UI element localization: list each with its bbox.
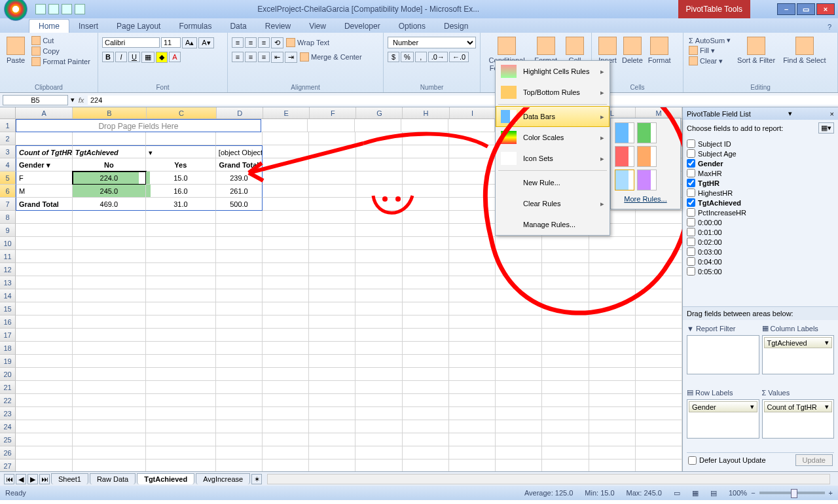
- grow-font-button[interactable]: A▴: [182, 37, 197, 48]
- shrink-font-button[interactable]: A▾: [198, 37, 213, 48]
- tab-options[interactable]: Options: [390, 20, 435, 33]
- cut-button[interactable]: Cut: [30, 35, 92, 46]
- new-sheet-icon[interactable]: ✶: [251, 474, 262, 484]
- field-00000[interactable]: 0:00:00: [687, 217, 834, 227]
- sheet-tab-avgincrease[interactable]: AvgIncrease: [196, 473, 250, 484]
- col-header-e[interactable]: E: [263, 107, 310, 118]
- view-layout-icon[interactable]: ▦: [692, 489, 699, 497]
- update-button[interactable]: Update: [795, 454, 833, 466]
- col-header-d[interactable]: D: [217, 107, 263, 118]
- merge-center-button[interactable]: Merge & Center: [299, 52, 363, 62]
- view-pagebreak-icon[interactable]: ▤: [710, 489, 717, 497]
- tab-formulas[interactable]: Formulas: [170, 20, 221, 33]
- cf-icon-sets[interactable]: Icon Sets▸: [496, 148, 610, 169]
- autosum-button[interactable]: ΣAutoSum▾: [687, 35, 732, 45]
- fx-icon[interactable]: fx: [75, 96, 88, 104]
- tag-gender[interactable]: Gender▾: [689, 401, 757, 412]
- values-box[interactable]: Count of TgtHR▾: [762, 399, 835, 439]
- select-all-corner[interactable]: [0, 107, 16, 118]
- tab-data[interactable]: Data: [221, 20, 255, 33]
- tag-count-tgthr[interactable]: Count of TgtHR▾: [764, 401, 833, 412]
- horizontal-scrollbar[interactable]: [267, 474, 830, 484]
- copy-button[interactable]: Copy: [30, 46, 92, 56]
- field-00100[interactable]: 0:01:00: [687, 227, 834, 237]
- cf-top-bottom-rules[interactable]: Top/Bottom Rules▸: [496, 82, 610, 103]
- field-gender[interactable]: Gender: [687, 158, 834, 168]
- field-subjectid[interactable]: Subject ID: [687, 139, 834, 149]
- pane-close-icon[interactable]: ×: [830, 110, 834, 118]
- field-list[interactable]: Subject IDSubject AgeGenderMaxHRTgtHRHig…: [683, 136, 838, 306]
- field-subjectage[interactable]: Subject Age: [687, 149, 834, 158]
- col-header-h[interactable]: H: [403, 107, 449, 118]
- tab-page-layout[interactable]: Page Layout: [107, 20, 170, 33]
- col-header-i[interactable]: I: [450, 107, 496, 118]
- tab-home[interactable]: Home: [29, 19, 69, 33]
- format-painter-button[interactable]: Format Painter: [30, 56, 92, 67]
- field-00200[interactable]: 0:02:00: [687, 237, 834, 247]
- align-right[interactable]: ≡: [258, 52, 270, 62]
- paste-button[interactable]: Paste: [4, 35, 27, 67]
- minimize-button[interactable]: –: [777, 3, 795, 15]
- font-color-button[interactable]: A: [169, 52, 181, 62]
- zoom-out-icon[interactable]: −: [751, 489, 755, 497]
- qat-save-icon[interactable]: [35, 4, 46, 14]
- border-button[interactable]: ▦: [141, 52, 155, 63]
- clear-button[interactable]: Clear▾: [687, 56, 732, 66]
- orientation[interactable]: ⟲: [271, 37, 283, 48]
- col-header-g[interactable]: G: [356, 107, 403, 118]
- field-tgtachieved[interactable]: TgtAchieved: [687, 198, 834, 207]
- tab-view[interactable]: View: [300, 20, 335, 33]
- tab-design[interactable]: Design: [435, 20, 477, 33]
- cf-color-scales[interactable]: Color Scales▸: [496, 127, 610, 148]
- indent-dec[interactable]: ⇤: [271, 52, 283, 63]
- tab-nav-prev[interactable]: ◀: [16, 474, 26, 484]
- field-maxhr[interactable]: MaxHR: [687, 168, 834, 178]
- italic-button[interactable]: I: [115, 52, 127, 62]
- tab-nav-next[interactable]: ▶: [27, 474, 38, 484]
- cf-manage-rules[interactable]: Manage Rules...: [496, 214, 610, 235]
- zoom-in-icon[interactable]: +: [829, 489, 833, 497]
- zoom-slider[interactable]: [759, 492, 825, 494]
- font-name-input[interactable]: [102, 37, 160, 48]
- field-pctincreasehr[interactable]: PctIncreaseHR: [687, 207, 834, 217]
- report-filter-box[interactable]: [687, 335, 759, 374]
- tab-developer[interactable]: Developer: [335, 20, 390, 33]
- formula-input[interactable]: [88, 96, 838, 105]
- status-zoom[interactable]: 100%: [729, 489, 747, 497]
- qat-print-icon[interactable]: [75, 4, 85, 14]
- percent-button[interactable]: %: [401, 52, 414, 62]
- field-00400[interactable]: 0:04:00: [687, 257, 834, 266]
- help-icon[interactable]: ?: [821, 21, 838, 33]
- cf-clear-rules[interactable]: Clear Rules▸: [496, 193, 610, 214]
- databar-more-rules[interactable]: More Rules...: [615, 193, 676, 205]
- field-tgthr[interactable]: TgtHR: [687, 178, 834, 188]
- qat-redo-icon[interactable]: [62, 4, 72, 14]
- bold-button[interactable]: B: [102, 52, 114, 62]
- col-header-c[interactable]: C: [147, 107, 217, 118]
- cf-new-rule[interactable]: New Rule...: [496, 172, 610, 193]
- indent-inc[interactable]: ⇥: [285, 52, 297, 63]
- cf-highlight-cells-rules[interactable]: Highlight Cells Rules▸: [496, 61, 610, 82]
- tab-insert[interactable]: Insert: [69, 20, 107, 33]
- pane-dropdown-icon[interactable]: ▾: [788, 109, 792, 118]
- align-bot[interactable]: ≡: [258, 37, 270, 48]
- databar-blue[interactable]: [615, 122, 634, 143]
- col-header-b[interactable]: B: [73, 107, 147, 118]
- qat-undo-icon[interactable]: [48, 4, 59, 14]
- databar-red[interactable]: [615, 146, 634, 167]
- view-normal-icon[interactable]: ▭: [674, 489, 680, 497]
- field-00300[interactable]: 0:03:00: [687, 247, 834, 257]
- sheet-tab-sheet1[interactable]: Sheet1: [51, 473, 88, 484]
- layout-options-icon[interactable]: ▦▾: [818, 122, 834, 134]
- underline-button[interactable]: U: [128, 52, 140, 62]
- format-cells-button[interactable]: Format: [646, 35, 674, 65]
- sheet-tab-rawdata[interactable]: Raw Data: [90, 473, 136, 484]
- close-button[interactable]: ×: [816, 3, 835, 15]
- number-format-select[interactable]: Number: [388, 37, 476, 48]
- defer-layout-checkbox[interactable]: [688, 456, 697, 465]
- databar-lightblue[interactable]: [615, 170, 634, 190]
- tab-nav-last[interactable]: ⏭: [39, 474, 50, 484]
- find-select-button[interactable]: Find & Select: [780, 35, 828, 66]
- font-size-input[interactable]: [161, 37, 181, 48]
- currency-button[interactable]: $: [388, 52, 399, 62]
